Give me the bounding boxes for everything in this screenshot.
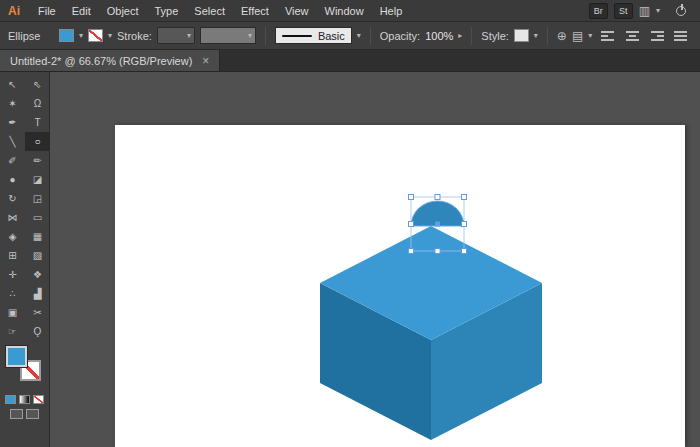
drawing-mode-button[interactable] — [10, 409, 23, 419]
stroke-label: Stroke: — [117, 30, 152, 42]
document-tab[interactable]: Untitled-2* @ 66.67% (RGB/Preview) × — [0, 50, 220, 71]
align-left-icon[interactable] — [601, 30, 616, 42]
opacity-value[interactable]: 100% — [425, 30, 453, 42]
blob-brush-tool-icon: ● — [9, 175, 15, 185]
line-segment-tool[interactable]: ╲ — [0, 132, 25, 151]
selection-handle[interactable] — [435, 249, 440, 254]
shape-builder-tool-icon: ◈ — [9, 232, 17, 242]
selection-center-point[interactable] — [436, 222, 440, 226]
gradient-tool[interactable]: ▨ — [25, 246, 50, 265]
width-tool-icon: ⋈ — [8, 213, 18, 223]
pencil-tool[interactable]: ✏ — [25, 151, 50, 170]
canvas-area[interactable] — [50, 72, 700, 447]
type-tool[interactable]: T — [25, 113, 50, 132]
rotate-tool[interactable]: ↻ — [0, 189, 25, 208]
hand-tool-icon: ☞ — [8, 327, 17, 337]
chevron-right-icon[interactable]: ▸ — [458, 32, 462, 40]
app-logo[interactable]: Ai — [0, 4, 30, 18]
ellipse-tool[interactable]: ○ — [25, 132, 50, 151]
menu-type[interactable]: Type — [147, 5, 187, 17]
distribute-icon[interactable] — [673, 30, 688, 42]
fill-color-swatch[interactable] — [59, 29, 74, 42]
gradient-button[interactable] — [19, 395, 30, 404]
chevron-down-icon[interactable]: ▾ — [534, 32, 538, 40]
document-setup-icon[interactable]: ▤ — [572, 30, 583, 42]
selection-handle[interactable] — [409, 249, 414, 254]
perspective-grid-tool-icon: ▦ — [33, 232, 42, 242]
menu-edit[interactable]: Edit — [64, 5, 99, 17]
style-swatch[interactable] — [514, 29, 529, 42]
selection-handle[interactable] — [462, 222, 467, 227]
chevron-down-icon[interactable]: ▾ — [588, 32, 592, 40]
selection-handle[interactable] — [435, 195, 440, 200]
blend-tool[interactable]: ❖ — [25, 265, 50, 284]
menu-object[interactable]: Object — [99, 5, 147, 17]
fill-swatch[interactable] — [6, 346, 27, 367]
chevron-down-icon: ▾ — [187, 32, 191, 40]
style-label: Style: — [481, 30, 509, 42]
magic-wand-tool[interactable]: ✶ — [0, 94, 25, 113]
paintbrush-tool[interactable]: ✐ — [0, 151, 25, 170]
eyedropper-tool[interactable]: ✛ — [0, 265, 25, 284]
lasso-tool[interactable]: Ω — [25, 94, 50, 113]
selection-handle[interactable] — [462, 249, 467, 254]
power-icon[interactable] — [676, 6, 686, 16]
mesh-tool[interactable]: ⊞ — [0, 246, 25, 265]
scale-tool[interactable]: ◲ — [25, 189, 50, 208]
globe-icon[interactable]: ⊕ — [557, 30, 567, 42]
none-button[interactable] — [33, 395, 44, 404]
free-transform-tool-icon: ▭ — [33, 213, 42, 223]
selection-tool[interactable]: ↖ — [0, 75, 25, 94]
artboard-tool[interactable]: ▣ — [0, 303, 25, 322]
artboard[interactable] — [115, 125, 685, 447]
brush-definition-dropdown[interactable]: Basic — [275, 27, 352, 44]
blob-brush-tool[interactable]: ● — [0, 170, 25, 189]
color-button[interactable] — [5, 395, 16, 404]
workspace-switcher-icon[interactable]: ▥ — [639, 5, 650, 17]
selection-tool-icon: ↖ — [8, 80, 16, 90]
close-icon[interactable]: × — [202, 54, 209, 68]
align-center-icon[interactable] — [625, 30, 640, 42]
hand-tool[interactable]: ☞ — [0, 322, 25, 341]
column-graph-tool[interactable]: ▟ — [25, 284, 50, 303]
chevron-down-icon[interactable]: ▾ — [108, 32, 112, 40]
selection-handle[interactable] — [462, 195, 467, 200]
zoom-tool[interactable]: Ǫ — [25, 322, 50, 341]
scale-tool-icon: ◲ — [33, 194, 42, 204]
artwork-svg — [115, 125, 685, 447]
bridge-button[interactable]: Br — [589, 3, 608, 19]
free-transform-tool[interactable]: ▭ — [25, 208, 50, 227]
shape-builder-tool[interactable]: ◈ — [0, 227, 25, 246]
divider — [265, 27, 266, 45]
slice-tool[interactable]: ✂ — [25, 303, 50, 322]
divider — [370, 27, 371, 45]
menubar-right-group: Br St ▥ ▾ — [589, 3, 700, 19]
width-tool[interactable]: ⋈ — [0, 208, 25, 227]
selection-handle[interactable] — [409, 222, 414, 227]
menu-effect[interactable]: Effect — [233, 5, 277, 17]
align-right-icon[interactable] — [649, 30, 664, 42]
menu-view[interactable]: View — [277, 5, 317, 17]
paintbrush-tool-icon: ✐ — [8, 156, 16, 166]
width-profile-dropdown[interactable]: ▾ — [200, 27, 256, 44]
screen-mode-button[interactable] — [26, 409, 39, 419]
symbol-sprayer-tool[interactable]: ∴ — [0, 284, 25, 303]
chevron-down-icon[interactable]: ▾ — [656, 7, 660, 15]
control-bar: Ellipse ▾ ▾ Stroke: ▾ ▾ Basic ▾ Opacity:… — [0, 22, 700, 50]
divider — [547, 27, 548, 45]
menu-window[interactable]: Window — [317, 5, 372, 17]
eraser-tool[interactable]: ◪ — [25, 170, 50, 189]
stock-button[interactable]: St — [614, 3, 633, 19]
rotate-tool-icon: ↻ — [8, 194, 16, 204]
pen-tool[interactable]: ✒ — [0, 113, 25, 132]
stroke-weight-combo[interactable]: ▾ — [157, 27, 195, 44]
chevron-down-icon[interactable]: ▾ — [357, 32, 361, 40]
menu-file[interactable]: File — [30, 5, 64, 17]
direct-selection-tool[interactable]: ⇖ — [25, 75, 50, 94]
perspective-grid-tool[interactable]: ▦ — [25, 227, 50, 246]
stroke-color-swatch[interactable] — [88, 29, 103, 42]
chevron-down-icon[interactable]: ▾ — [79, 32, 83, 40]
menu-select[interactable]: Select — [186, 5, 233, 17]
menu-help[interactable]: Help — [372, 5, 411, 17]
selection-handle[interactable] — [409, 195, 414, 200]
